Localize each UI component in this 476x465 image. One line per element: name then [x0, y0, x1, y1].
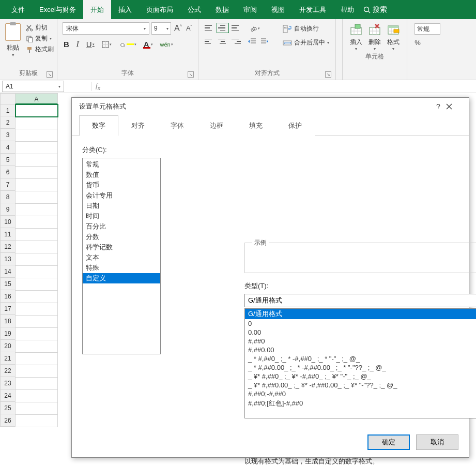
format-cells-button[interactable]: 格式 ▾ — [387, 23, 400, 51]
increase-font-button[interactable]: A^ — [173, 24, 183, 33]
category-item[interactable]: 百分比 — [83, 221, 160, 232]
fill-color-button[interactable]: ▾ — [118, 41, 137, 48]
row-header[interactable]: 7 — [0, 178, 16, 191]
cell[interactable] — [16, 402, 58, 415]
cell[interactable] — [16, 204, 58, 216]
category-list[interactable]: 常规数值货币会计专用日期时间百分比分数科学记数文本特殊自定义 — [82, 158, 161, 354]
percent-button[interactable]: % — [414, 39, 421, 47]
dlg-tab-protect[interactable]: 保护 — [275, 115, 315, 136]
type-list-item[interactable]: #,##0 — [245, 337, 476, 346]
cell[interactable] — [16, 129, 58, 142]
align-right-button[interactable] — [232, 38, 241, 45]
category-item[interactable]: 数值 — [83, 170, 160, 180]
row-header[interactable]: 10 — [0, 216, 16, 228]
fx-icon[interactable]: fx — [91, 82, 104, 91]
paste-dropdown[interactable]: ▾ — [12, 52, 14, 57]
cell[interactable] — [16, 241, 58, 253]
category-item[interactable]: 文本 — [83, 252, 160, 263]
type-list-item[interactable]: G/通用格式 — [245, 309, 476, 319]
category-item[interactable]: 常规 — [83, 159, 160, 170]
category-item[interactable]: 会计专用 — [83, 190, 160, 201]
dlg-tab-fill[interactable]: 填充 — [236, 115, 275, 136]
row-header[interactable]: 11 — [0, 228, 16, 241]
cell[interactable] — [16, 167, 58, 179]
row-header[interactable]: 8 — [0, 191, 16, 203]
middle-align-button[interactable] — [218, 24, 227, 32]
row-header[interactable]: 5 — [0, 154, 16, 166]
tab-custom[interactable]: Excel与财务 — [32, 0, 83, 19]
row-header[interactable]: 21 — [0, 352, 16, 365]
wrap-text-button[interactable]: ab 自动换行 — [283, 24, 329, 33]
row-header[interactable]: 24 — [0, 389, 16, 402]
cell[interactable] — [16, 328, 58, 340]
row-header[interactable]: 4 — [0, 141, 16, 154]
align-dialog-launcher[interactable]: ↘ — [325, 71, 331, 78]
row-header[interactable]: 19 — [0, 327, 16, 340]
col-header-a[interactable]: A — [16, 93, 58, 104]
cell[interactable] — [16, 378, 58, 390]
cell[interactable] — [16, 229, 58, 241]
row-header[interactable]: 20 — [0, 340, 16, 352]
cells-area[interactable] — [16, 104, 58, 427]
copy-button[interactable]: 复制 ▾ — [26, 34, 54, 43]
category-item[interactable]: 日期 — [83, 201, 160, 211]
top-align-button[interactable] — [205, 24, 214, 32]
decrease-indent-button[interactable] — [248, 38, 256, 45]
cell[interactable] — [16, 390, 58, 402]
row-header[interactable]: 12 — [0, 241, 16, 253]
type-list-item[interactable]: #,##0;-#,##0 — [245, 389, 476, 398]
tab-data[interactable]: 数据 — [208, 0, 236, 19]
cut-button[interactable]: 剪切 — [26, 23, 54, 32]
cell[interactable] — [16, 216, 58, 229]
type-list-item[interactable]: _ * #,##0_ ;_ * -#,##0_ ;_ * "-"_ ;_ @_ — [245, 354, 476, 363]
cell[interactable] — [16, 278, 58, 291]
align-left-button[interactable] — [205, 38, 214, 45]
row-header[interactable]: 14 — [0, 265, 16, 278]
type-list-item[interactable]: 0.00 — [245, 328, 476, 337]
cell[interactable] — [16, 154, 58, 167]
cell[interactable] — [16, 142, 58, 154]
category-item[interactable]: 自定义 — [83, 273, 160, 283]
row-header[interactable]: 17 — [0, 303, 16, 315]
dlg-tab-number[interactable]: 数字 — [79, 115, 118, 136]
category-item[interactable]: 货币 — [83, 180, 160, 190]
phonetic-button[interactable]: wén▾ — [159, 41, 174, 48]
name-box[interactable]: A1 ▾ — [2, 81, 64, 92]
category-item[interactable]: 特殊 — [83, 263, 160, 273]
dialog-close-button[interactable] — [446, 103, 462, 110]
dlg-tab-align[interactable]: 对齐 — [118, 115, 158, 136]
select-all-corner[interactable] — [0, 93, 16, 104]
increase-indent-button[interactable] — [260, 38, 269, 45]
type-list-item[interactable]: _ ¥* #,##0_ ;_ ¥* -#,##0_ ;_ ¥* "-"_ ;_ … — [245, 372, 476, 381]
decrease-font-button[interactable]: Aˇ — [185, 24, 193, 32]
type-list-item[interactable]: _ ¥* #,##0.00_ ;_ ¥* -#,##0.00_ ;_ ¥* "-… — [245, 381, 476, 389]
dlg-tab-border[interactable]: 边框 — [197, 115, 236, 136]
tab-file[interactable]: 文件 — [4, 0, 32, 19]
tab-dev[interactable]: 开发工具 — [292, 0, 333, 19]
type-list-item[interactable]: #,##0;[红色]-#,##0 — [245, 398, 476, 409]
row-header[interactable]: 16 — [0, 290, 16, 303]
cell[interactable] — [16, 179, 58, 191]
row-header[interactable]: 18 — [0, 315, 16, 327]
row-header[interactable]: 2 — [0, 116, 16, 129]
type-list-item[interactable]: #,##0.00 — [245, 346, 476, 354]
merge-center-button[interactable]: 合并后居中 ▾ — [283, 38, 329, 47]
row-header[interactable]: 9 — [0, 203, 16, 216]
italic-button[interactable]: I — [75, 40, 80, 49]
dialog-help-button[interactable]: ? — [431, 102, 446, 111]
row-header[interactable]: 6 — [0, 166, 16, 178]
type-list[interactable]: G/通用格式00.00#,##0#,##0.00_ * #,##0_ ;_ * … — [244, 308, 476, 418]
row-header[interactable]: 3 — [0, 129, 16, 141]
cell[interactable] — [16, 303, 58, 316]
row-header[interactable]: 22 — [0, 365, 16, 377]
font-name-select[interactable]: 宋体▾ — [63, 22, 149, 35]
type-list-item[interactable]: _ * #,##0.00_ ;_ * -#,##0.00_ ;_ * "-"??… — [245, 363, 476, 372]
orientation-button[interactable]: ab▾ — [248, 24, 261, 33]
row-header[interactable]: 25 — [0, 402, 16, 414]
clipboard-dialog-launcher[interactable]: ↘ — [47, 71, 53, 78]
bottom-align-button[interactable] — [232, 24, 241, 32]
type-list-item[interactable]: 0 — [245, 319, 476, 328]
tab-layout[interactable]: 页面布局 — [139, 0, 180, 19]
row-header[interactable]: 23 — [0, 377, 16, 389]
tab-help[interactable]: 帮助 — [333, 0, 361, 19]
